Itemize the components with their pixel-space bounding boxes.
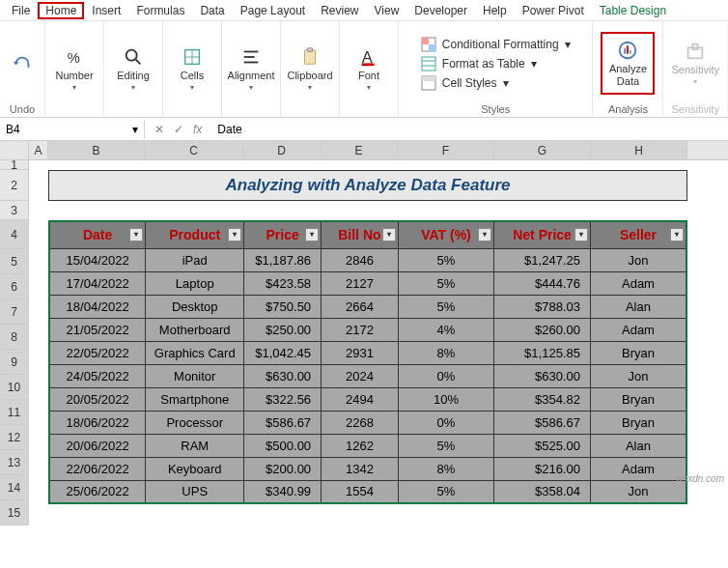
title-cell[interactable]: Analyzing with Analyze Data Feature [48,170,687,201]
row-header-2[interactable]: 2 [0,170,29,201]
cell-bill[interactable]: 2664 [322,295,399,318]
cell-seller[interactable]: Adam [590,318,686,341]
menu-insert[interactable]: Insert [84,2,128,19]
cell-vat[interactable]: 5% [398,434,493,457]
cell-bill[interactable]: 2846 [322,248,399,271]
cell-bill[interactable]: 1554 [322,480,399,503]
cell-bill[interactable]: 1342 [322,457,399,480]
menu-home[interactable]: Home [38,2,84,19]
col-header-C[interactable]: C [145,141,243,159]
cell-vat[interactable]: 0% [398,364,493,387]
header-product[interactable]: Product▾ [146,221,244,248]
header-date[interactable]: Date▾ [49,221,146,248]
cell-price[interactable]: $500.00 [244,434,322,457]
table-row[interactable]: 15/04/2022iPad$1,187.8628465%$1,247.25Jo… [49,248,686,271]
cell-product[interactable]: UPS [146,480,244,503]
cell-product[interactable]: Laptop [146,271,244,295]
cell-date[interactable]: 20/06/2022 [49,434,146,457]
table-row[interactable]: 21/05/2022Motherboard$250.0021724%$260.0… [49,318,686,341]
cell-price[interactable]: $630.00 [244,364,322,387]
cell-seller[interactable]: Adam [590,457,686,480]
cell-seller[interactable]: Alan [590,434,686,457]
fx-icon[interactable]: fx [193,123,202,136]
cell-vat[interactable]: 5% [398,248,493,271]
name-box[interactable]: B4 ▾ [0,121,145,138]
cells-button[interactable]: Cells ▾ [171,44,213,94]
cell-bill[interactable]: 2127 [322,271,399,295]
cell-bill[interactable]: 2494 [322,387,399,411]
filter-icon[interactable]: ▾ [228,228,241,241]
menu-table-design[interactable]: Table Design [592,2,674,19]
cell-net[interactable]: $586.67 [494,411,591,434]
cell-price[interactable]: $250.00 [244,318,322,341]
formula-input[interactable]: Date [211,121,728,138]
header-price[interactable]: Price▾ [244,221,322,248]
number-format-button[interactable]: % Number ▾ [53,44,96,94]
table-row[interactable]: 22/05/2022Graphics Card$1,042.4529318%$1… [49,341,686,364]
menu-data[interactable]: Data [192,2,232,19]
font-button[interactable]: A Font ▾ [348,44,390,94]
cell-net[interactable]: $630.00 [494,364,591,387]
cell-product[interactable]: iPad [146,248,244,271]
cell-seller[interactable]: Bryan [590,387,686,411]
header-netprice[interactable]: Net Price▾ [494,221,591,248]
col-header-H[interactable]: H [591,141,687,159]
col-header-A[interactable]: A [29,141,48,159]
table-row[interactable]: 25/06/2022UPS$340.9915545%$358.04Jon [49,480,686,503]
col-header-F[interactable]: F [398,141,494,159]
menu-file[interactable]: File [4,2,38,19]
header-seller[interactable]: Seller▾ [590,221,686,248]
select-all-corner[interactable] [0,141,29,159]
cell-product[interactable]: Graphics Card [146,341,244,364]
cell-product[interactable]: Keyboard [146,457,244,480]
cell-vat[interactable]: 5% [398,271,493,295]
menu-power-pivot[interactable]: Power Pivot [515,2,592,19]
cell-vat[interactable]: 4% [398,318,493,341]
cell-price[interactable]: $340.99 [244,480,322,503]
cell-bill[interactable]: 2268 [322,411,399,434]
cell-date[interactable]: 24/05/2022 [49,364,146,387]
cell-vat[interactable]: 8% [398,341,493,364]
cells-area[interactable]: Analyzing with Analyze Data Feature Date… [29,160,728,525]
cell-vat[interactable]: 5% [398,295,493,318]
filter-icon[interactable]: ▾ [478,228,491,241]
cell-vat[interactable]: 0% [398,411,493,434]
cell-product[interactable]: Desktop [146,295,244,318]
cell-date[interactable]: 20/05/2022 [49,387,146,411]
row-header-6[interactable]: 6 [0,274,29,299]
header-vat[interactable]: VAT (%)▾ [398,221,493,248]
row-header-10[interactable]: 10 [0,375,29,400]
cell-vat[interactable]: 10% [398,387,493,411]
cell-date[interactable]: 25/06/2022 [49,480,146,503]
clipboard-button[interactable]: Clipboard ▾ [289,44,331,94]
cell-price[interactable]: $750.50 [244,295,322,318]
cell-date[interactable]: 22/06/2022 [49,457,146,480]
row-header-5[interactable]: 5 [0,249,29,274]
cell-date[interactable]: 21/05/2022 [49,318,146,341]
table-row[interactable]: 17/04/2022Laptop$423.5821275%$444.76Adam [49,271,686,295]
cell-net[interactable]: $1,125.85 [494,341,591,364]
format-as-table-button[interactable]: Format as Table ▾ [421,56,571,71]
cell-net[interactable]: $216.00 [494,457,591,480]
cell-price[interactable]: $1,042.45 [244,341,322,364]
cell-bill[interactable]: 1262 [322,434,399,457]
menu-view[interactable]: View [367,2,407,19]
cell-seller[interactable]: Jon [590,248,686,271]
menu-review[interactable]: Review [313,2,366,19]
cell-net[interactable]: $358.04 [494,480,591,503]
cell-date[interactable]: 17/04/2022 [49,271,146,295]
cell-price[interactable]: $322.56 [244,387,322,411]
cell-net[interactable]: $444.76 [494,271,591,295]
cell-price[interactable]: $1,187.86 [244,248,322,271]
col-header-D[interactable]: D [243,141,321,159]
cell-product[interactable]: Processor [146,411,244,434]
cell-date[interactable]: 15/04/2022 [49,248,146,271]
menu-formulas[interactable]: Formulas [128,2,192,19]
menu-page-layout[interactable]: Page Layout [233,2,313,19]
conditional-formatting-button[interactable]: Conditional Formatting ▾ [421,37,571,52]
cell-vat[interactable]: 8% [398,457,493,480]
menu-developer[interactable]: Developer [406,2,475,19]
table-row[interactable]: 18/06/2022Processor$586.6722680%$586.67B… [49,411,686,434]
cell-seller[interactable]: Alan [590,295,686,318]
cell-product[interactable]: Monitor [146,364,244,387]
